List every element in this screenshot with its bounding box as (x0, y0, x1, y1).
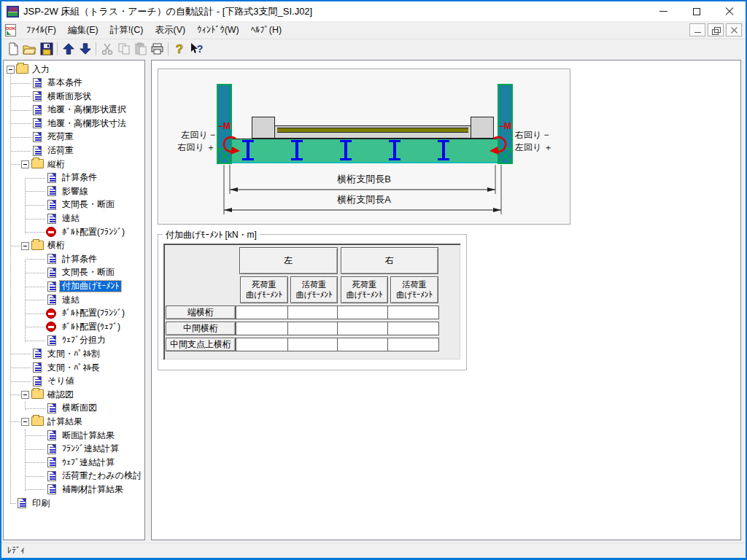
table-cell[interactable] (288, 306, 338, 319)
tree-item[interactable]: 入力 (4, 63, 144, 77)
copy-button[interactable] (115, 41, 132, 57)
tree-item[interactable]: 基本条件 (4, 77, 144, 90)
tree-item-label[interactable]: 計算条件 (60, 254, 99, 265)
tree-item-label[interactable]: 地覆・高欄形状寸法 (45, 118, 128, 129)
tree-item-label[interactable]: 支間長・断面 (60, 199, 117, 210)
new-button[interactable] (4, 41, 21, 57)
tree-item-label[interactable]: 計算結果 (45, 416, 85, 427)
tree-item[interactable]: 死荷重 (4, 131, 144, 144)
tree-expand-toggle[interactable] (21, 242, 29, 250)
tree-item[interactable]: 横断面図 (4, 402, 144, 416)
tree-item[interactable]: 影響線 (4, 184, 144, 198)
mdi-restore-button[interactable] (708, 23, 724, 36)
tree-item[interactable]: ﾎﾞﾙﾄ配置(ﾌﾗﾝｼﾞ) (4, 225, 144, 239)
tree-item-label[interactable]: ﾌﾗﾝｼﾞ連結計算 (60, 443, 121, 454)
tree-item-label[interactable]: ﾎﾞﾙﾄ配置(ﾌﾗﾝｼﾞ) (60, 227, 127, 238)
tree-item[interactable]: そり値 (4, 375, 144, 389)
open-button[interactable] (21, 41, 38, 57)
tree-item-label[interactable]: 連結 (60, 213, 82, 224)
tree-view[interactable]: 入力基本条件横断面形状地覆・高欄形状選択地覆・高欄形状寸法死荷重活荷重縦桁計算条… (4, 63, 144, 540)
close-button[interactable] (713, 1, 746, 21)
maximize-button[interactable] (680, 1, 713, 21)
tree-item-label[interactable]: 横桁 (45, 240, 67, 251)
tree-item[interactable]: 確認図 (4, 388, 144, 402)
tree-item-label[interactable]: 計算条件 (60, 172, 99, 183)
minimize-button[interactable] (647, 1, 680, 21)
tree-item[interactable]: 計算条件 (4, 252, 144, 266)
table-cell[interactable] (236, 306, 288, 319)
tree-item[interactable]: 連結 (4, 212, 144, 226)
tree-item-label[interactable]: 死荷重 (45, 131, 76, 142)
tree-item[interactable]: 計算条件 (4, 171, 144, 185)
tree-item-label[interactable]: 確認図 (45, 389, 76, 400)
table-cell[interactable] (338, 306, 388, 319)
tree-item[interactable]: 計算結果 (4, 415, 144, 429)
table-cell[interactable] (338, 338, 388, 351)
mdi-close-button[interactable] (726, 23, 742, 36)
table-cell[interactable] (236, 338, 288, 351)
tree-item[interactable]: ﾌﾗﾝｼﾞ連結計算 (4, 443, 144, 456)
tree-expand-toggle[interactable] (21, 160, 29, 168)
tree-item[interactable]: 横桁 (4, 239, 144, 253)
tree-item-label[interactable]: 補剛材計算結果 (60, 484, 125, 495)
tree-item[interactable]: 支間長・断面 (4, 266, 144, 280)
tree-item[interactable]: 補剛材計算結果 (4, 483, 144, 497)
menu-file[interactable]: ﾌｧｲﾙ(F) (20, 23, 62, 37)
tree-item-label[interactable]: 基本条件 (45, 77, 85, 88)
print-button[interactable] (149, 41, 166, 57)
tree-item[interactable]: 連結 (4, 293, 144, 307)
tree-expand-toggle[interactable] (7, 66, 15, 74)
table-cell[interactable] (236, 322, 288, 335)
tree-expand-toggle[interactable] (21, 391, 29, 399)
cut-button[interactable] (98, 41, 115, 57)
paste-button[interactable] (132, 41, 149, 57)
tree-item-label[interactable]: 横断面図 (60, 402, 99, 413)
tree-item-label[interactable]: ﾎﾞﾙﾄ配置(ｳｪﾌﾞ) (60, 322, 123, 332)
tree-item[interactable]: 活荷重たわみの検討 (4, 470, 144, 483)
menu-window[interactable]: ｳｨﾝﾄﾞｳ(W) (191, 23, 245, 37)
tree-item-label[interactable]: ﾎﾞﾙﾄ配置(ﾌﾗﾝｼﾞ) (60, 308, 127, 319)
table-cell[interactable] (388, 322, 438, 335)
tree-item[interactable]: 支間・ﾊﾟﾈﾙ長 (4, 361, 144, 375)
tree-item[interactable]: ｳｪﾌﾞ分担力 (4, 334, 144, 348)
tree-item-label[interactable]: 地覆・高欄形状選択 (45, 104, 128, 115)
table-cell[interactable] (388, 338, 438, 351)
save-button[interactable] (38, 41, 55, 57)
table-cell[interactable] (338, 322, 388, 335)
tree-item[interactable]: 付加曲げﾓｰﾒﾝﾄ (4, 280, 144, 294)
tree-expand-toggle[interactable] (21, 418, 29, 426)
tree-item-label[interactable]: 印刷 (30, 498, 52, 509)
app-icon[interactable]: 2W (7, 6, 19, 18)
menu-view[interactable]: 表示(V) (149, 22, 191, 39)
tree-item-label[interactable]: 影響線 (60, 186, 90, 197)
tree-item[interactable]: 地覆・高欄形状寸法 (4, 117, 144, 131)
move-down-button[interactable] (77, 41, 93, 57)
table-cell[interactable] (288, 338, 338, 351)
tree-item-label[interactable]: 活荷重 (45, 145, 76, 156)
move-up-button[interactable] (60, 41, 77, 57)
tree-item[interactable]: 活荷重 (4, 144, 144, 158)
tree-item-label[interactable]: そり値 (45, 376, 77, 386)
tree-item[interactable]: ｳｪﾌﾞ連結計算 (4, 456, 144, 470)
tree-item[interactable]: 地覆・高欄形状選択 (4, 104, 144, 117)
tree-item-label[interactable]: 入力 (30, 64, 52, 75)
help-button[interactable]: ? (171, 41, 187, 57)
tree-item-label[interactable]: 支間長・断面 (60, 267, 117, 278)
tree-item[interactable]: 横断面形状 (4, 90, 144, 104)
tree-item[interactable]: 支間長・断面 (4, 198, 144, 212)
tree-item-label[interactable]: ｳｪﾌﾞ分担力 (60, 335, 108, 346)
menu-edit[interactable]: 編集(E) (62, 22, 104, 39)
menu-help[interactable]: ﾍﾙﾌﾟ(H) (245, 23, 287, 37)
tree-item-label[interactable]: 横断面形状 (45, 91, 93, 102)
mdi-minimize-button[interactable] (689, 23, 705, 36)
tree-item-label[interactable]: 縦桁 (45, 159, 67, 170)
tree-item-label[interactable]: ｳｪﾌﾞ連結計算 (60, 457, 117, 468)
tree-item[interactable]: ﾎﾞﾙﾄ配置(ｳｪﾌﾞ) (4, 320, 144, 334)
tree-item-label[interactable]: 断面計算結果 (60, 430, 117, 441)
document-icon[interactable]: DOK (5, 24, 16, 36)
menu-calculate[interactable]: 計算!(C) (104, 22, 150, 39)
tree-item[interactable]: 縦桁 (4, 158, 144, 171)
tree-item-label[interactable]: 支間・ﾊﾟﾈﾙ長 (45, 362, 102, 373)
tree-item[interactable]: ﾎﾞﾙﾄ配置(ﾌﾗﾝｼﾞ) (4, 307, 144, 321)
table-cell[interactable] (288, 322, 338, 335)
